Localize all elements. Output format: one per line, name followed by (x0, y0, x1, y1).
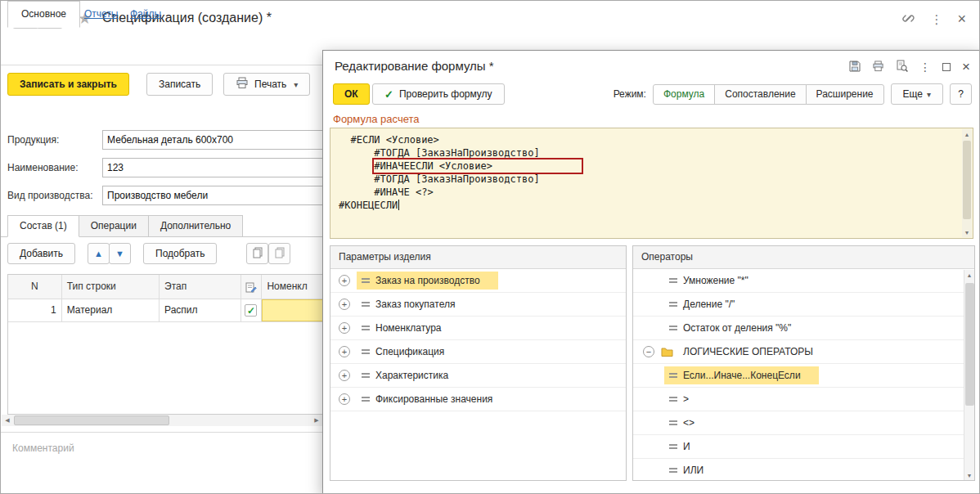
cell-formula-flag[interactable]: ✓ (241, 299, 263, 322)
scroll-down-icon[interactable]: ▼ (964, 470, 974, 480)
operator-tree-item[interactable]: ЛОГИЧЕСКИЕ ОПЕРАТОРЫ (633, 340, 974, 364)
mode-extension[interactable]: Расширение (806, 84, 884, 105)
formula-editor-dialog: Редактирование формулы * ⋮ × ОК ✓ Провер… (322, 50, 980, 494)
scroll-left-icon[interactable]: ◀ (2, 415, 13, 426)
save-and-close-button[interactable]: Записать и закрыть (7, 73, 129, 96)
name-input[interactable] (102, 158, 326, 177)
scrollbar-thumb[interactable] (965, 283, 974, 406)
maximize-icon[interactable] (942, 63, 951, 71)
pick-button[interactable]: Подобрать (143, 243, 217, 264)
expand-plus-icon[interactable] (339, 346, 350, 357)
move-down-button[interactable]: ▼ (109, 243, 131, 264)
cell-row-type[interactable]: Материал (62, 299, 160, 322)
move-up-button[interactable]: ▲ (88, 243, 110, 264)
check-formula-button[interactable]: ✓ Проверить формулу (372, 83, 505, 105)
paste-rows-button[interactable] (268, 243, 290, 264)
parameter-tree-item[interactable]: Спецификация (330, 340, 626, 364)
product-label: Продукция: (7, 134, 59, 146)
scrollbar-thumb[interactable] (14, 415, 169, 425)
parameter-tree-item[interactable]: Характеристика (330, 364, 626, 388)
tab-files-link[interactable]: Файлы (130, 8, 161, 20)
scroll-down-icon[interactable]: ▼ (962, 227, 972, 237)
formula-line[interactable]: #ИНАЧЕ <?> (339, 186, 969, 199)
attribute-icon (668, 299, 678, 309)
expand-plus-icon[interactable] (339, 275, 350, 286)
cell-row-number[interactable]: 1 (8, 299, 62, 322)
tab-operations[interactable]: Операции (79, 215, 149, 237)
attribute-icon (668, 418, 678, 428)
table-row[interactable]: 1 Материал Распил ✓ (8, 299, 323, 322)
window-close-icon[interactable]: × (957, 11, 966, 28)
expand-plus-icon[interactable] (339, 322, 350, 334)
cell-stage[interactable]: Распил (160, 299, 241, 322)
cell-nomenclature-active[interactable] (262, 299, 323, 322)
preview-icon[interactable] (896, 60, 908, 74)
operator-label: <> (683, 417, 695, 429)
operator-tree-item[interactable]: > (633, 388, 974, 411)
formula-line-text: #ИНАЧЕ <?> (374, 186, 433, 199)
mode-mapping[interactable]: Сопоставление (714, 84, 806, 105)
expand-plus-icon[interactable] (339, 370, 350, 381)
check-formula-label: Проверить формулу (399, 88, 492, 100)
copy-rows-button[interactable] (246, 243, 268, 264)
link-icon[interactable] (901, 11, 915, 28)
parameter-tree-item[interactable]: Заказ покупателя (330, 293, 626, 317)
operator-label: > (683, 393, 689, 405)
formula-editor[interactable]: #ЕСЛИ <Условие> #ТОГДА [ЗаказНаПроизводс… (330, 128, 973, 239)
scrollbar-thumb[interactable] (963, 141, 971, 219)
operator-tree-item[interactable]: Остаток от деления "%" (633, 317, 974, 340)
operators-vertical-scrollbar[interactable]: ▲ ▼ (964, 270, 974, 480)
formula-line[interactable]: #КОНЕЦЕСЛИ (339, 199, 969, 212)
operator-label: Остаток от деления "%" (683, 322, 791, 334)
parameter-label: Заказ на производство (375, 275, 480, 286)
save-button[interactable]: Записать (146, 73, 213, 96)
formula-vertical-scrollbar[interactable]: ▲ ▼ (962, 129, 972, 237)
print-button[interactable]: Печать ▾ (223, 73, 310, 96)
print-icon[interactable] (872, 61, 884, 74)
expand-plus-icon[interactable] (339, 393, 350, 405)
attribute-icon (361, 394, 371, 404)
parameter-tree-item[interactable]: Номенклатура (330, 317, 626, 340)
expand-plus-icon[interactable] (339, 299, 350, 310)
operator-tree-item[interactable]: <> (633, 411, 974, 435)
operator-tree-item[interactable]: Если...Иначе...КонецЕсли (633, 364, 974, 388)
operator-label: И (683, 441, 690, 452)
window-menu-icon[interactable]: ⋮ (930, 12, 942, 27)
dialog-close-icon[interactable]: × (962, 59, 970, 75)
save-icon[interactable] (849, 61, 861, 74)
attribute-icon (361, 323, 371, 333)
parameters-panel-title: Параметры изделия (330, 246, 626, 269)
scroll-up-icon[interactable]: ▲ (962, 129, 972, 139)
help-button[interactable]: ? (950, 83, 972, 105)
comment-input[interactable]: Комментарий (12, 442, 315, 454)
formula-line[interactable]: #ТОГДА [ЗаказНаПроизводство] (339, 173, 969, 186)
tab-main[interactable]: Основное (7, 1, 80, 28)
parameter-tree-item[interactable]: Фиксированные значения (330, 388, 626, 411)
operator-tree-item[interactable]: Деление "/" (633, 293, 974, 317)
mode-formula[interactable]: Формула (653, 84, 715, 105)
formula-line[interactable]: #ИНАЧЕЕСЛИ <Условие> (339, 159, 969, 173)
checkbox-checked-icon[interactable]: ✓ (245, 304, 257, 317)
production-type-input[interactable] (102, 186, 326, 205)
scroll-up-icon[interactable]: ▲ (964, 270, 974, 280)
operator-tree-item[interactable]: Умножение "*" (633, 269, 974, 293)
dialog-menu-icon[interactable]: ⋮ (919, 61, 931, 74)
more-button[interactable]: Еще ▾ (891, 83, 943, 105)
ok-button[interactable]: ОК (333, 83, 370, 105)
formula-line[interactable]: #ТОГДА [ЗаказНаПроизводство] (339, 146, 969, 159)
tab-composition[interactable]: Состав (1) (7, 215, 79, 237)
tab-additional[interactable]: Дополнительно (148, 215, 243, 237)
operator-tree-item[interactable]: ИЛИ (633, 459, 974, 481)
table-horizontal-scrollbar[interactable]: ◀ ▶ (2, 415, 322, 426)
parameter-tree-item[interactable]: Заказ на производство (330, 269, 626, 293)
add-row-button[interactable]: Добавить (7, 243, 75, 264)
parameter-label: Фиксированные значения (375, 393, 492, 405)
product-input[interactable] (102, 130, 326, 150)
operator-tree-item[interactable]: И (633, 435, 974, 459)
formula-line[interactable]: #ЕСЛИ <Условие> (339, 133, 969, 146)
tab-reports-link[interactable]: Отчеты (84, 8, 118, 20)
collapse-minus-icon[interactable] (643, 346, 654, 357)
scroll-right-icon[interactable]: ▶ (311, 415, 322, 426)
operators-panel: Операторы Умножение "*" (632, 245, 975, 481)
parameter-label: Спецификация (375, 346, 444, 357)
